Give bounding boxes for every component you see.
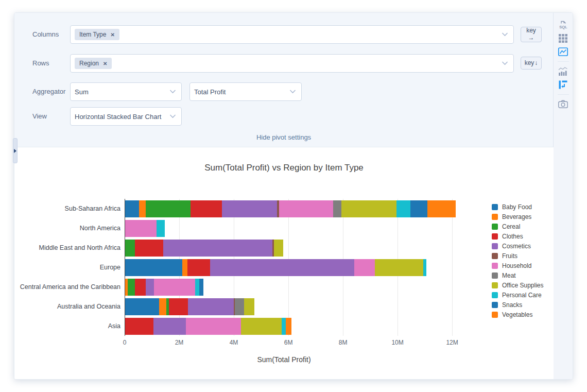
bar-segment[interactable] [427,200,456,217]
bar-segment[interactable] [135,279,146,296]
legend-item[interactable]: Snacks [492,300,544,310]
legend-swatch [492,292,498,298]
bar-segment[interactable] [222,200,278,217]
bar-segment[interactable] [375,259,423,276]
bar-segment[interactable] [354,259,375,276]
x-tick-label: 2M [175,339,184,346]
bar-segment[interactable] [210,259,354,276]
bar-segment[interactable] [125,318,153,335]
pivot-transpose-icon[interactable] [557,78,569,91]
hide-pivot-settings-link[interactable]: Hide pivot settings [14,133,553,141]
bar-segment[interactable] [146,279,154,296]
bar-segment[interactable] [341,200,396,217]
bar-segment[interactable] [157,220,165,237]
legend-item[interactable]: Clothes [492,231,544,241]
bar-segment[interactable] [182,259,187,276]
toolbar-divider [558,94,569,95]
bar-segment[interactable] [154,279,195,296]
bar-segment[interactable] [187,259,211,276]
legend-item[interactable]: Beverages [492,212,544,221]
bar-segment[interactable] [188,298,234,315]
view-select[interactable]: Horizontal Stacked Bar Chart [70,107,182,126]
key-button-label: key [526,27,536,35]
bar-segment[interactable] [333,200,341,217]
bar-segment[interactable] [125,220,157,237]
table-view-icon[interactable] [557,32,569,44]
legend-swatch [492,272,498,279]
bar-segment[interactable] [125,200,139,217]
y-category-label: Europe [14,258,120,277]
legend-item[interactable]: Personal Care [492,290,544,300]
bar-segment[interactable] [125,298,159,315]
camera-icon[interactable] [557,98,569,110]
rows-key-button[interactable]: key ↓ [521,57,542,70]
columns-select[interactable]: Item Type ✕ [70,25,514,44]
main-content: Columns Item Type ✕ key → Rows Region ✕ [14,13,553,379]
stacked-bar [125,298,254,315]
remove-tag-icon[interactable]: ✕ [103,61,107,66]
bar-segment[interactable] [128,279,135,296]
bar-segment[interactable] [191,200,222,217]
bar-segment[interactable] [286,318,292,335]
bar-segment[interactable] [423,259,426,276]
bar-segment[interactable] [159,298,167,315]
bar-segment[interactable] [282,318,285,335]
legend-item[interactable]: Fruits [492,251,544,261]
bar-segment[interactable] [186,318,241,335]
bar-segment[interactable] [135,240,164,257]
bar-segment[interactable] [410,200,427,217]
chevron-down-icon [502,32,508,37]
x-tick-label: 4M [230,339,238,346]
legend-label: Personal Care [502,292,542,299]
aggregator-value: Sum [75,88,89,96]
legend-label: Household [502,262,531,269]
remove-tag-icon[interactable]: ✕ [110,32,114,38]
y-category-label: Central America and the Caribbean [14,277,120,297]
x-tick-label: 6M [284,339,293,346]
legend-item[interactable]: Baby Food [492,202,544,212]
chart-title: Sum(Total Profit) vs Region by Item Type [14,163,554,173]
bar-segment[interactable] [146,200,190,217]
bar-segment[interactable] [241,318,282,335]
y-category-label: Asia [14,316,120,336]
bar-segment[interactable] [244,298,254,315]
bar-segment[interactable] [279,200,333,217]
bar-segment[interactable] [396,200,411,217]
x-tick-label: 8M [339,339,348,346]
legend-label: Fruits [502,252,517,260]
bar-chart-icon[interactable] [557,65,569,77]
aggregator-field-select[interactable]: Total Profit [189,82,302,101]
legend-item[interactable]: Vegetables [492,310,544,319]
bar-segment[interactable] [125,259,182,276]
columns-tag[interactable]: Item Type ✕ [75,29,119,40]
legend-label: Cereal [502,223,520,230]
columns-key-button[interactable]: key → [521,27,542,42]
collapse-settings-handle[interactable] [13,138,18,163]
rows-tag[interactable]: Region ✕ [75,58,112,69]
bar-segment[interactable] [235,298,244,315]
bar-segment[interactable] [195,279,199,296]
plot-area [125,199,464,336]
legend-item[interactable]: Cereal [492,221,544,231]
legend-item[interactable]: Cosmetics [492,241,544,251]
chart-view-icon[interactable] [557,45,569,58]
legend-item[interactable]: Office Supplies [492,280,544,290]
bar-segment[interactable] [163,240,272,257]
legend-label: Baby Food [502,203,532,211]
chevron-down-icon [502,61,508,66]
bar-segment[interactable] [199,279,203,296]
bar-segment[interactable] [139,200,146,217]
view-label: View [32,107,47,126]
bar-segment[interactable] [153,318,186,335]
chevron-down-icon [169,114,176,119]
bar-segment[interactable] [274,240,283,257]
legend-item[interactable]: Meat [492,270,544,280]
bar-segment[interactable] [125,240,135,257]
bar-segment[interactable] [169,298,188,315]
stacked-bar [125,259,426,276]
aggregator-select[interactable]: Sum [70,82,182,101]
sql-icon[interactable]: SQL [557,19,569,31]
rows-select[interactable]: Region ✕ [70,54,514,73]
legend-item[interactable]: Household [492,261,544,270]
legend-swatch [492,243,498,249]
